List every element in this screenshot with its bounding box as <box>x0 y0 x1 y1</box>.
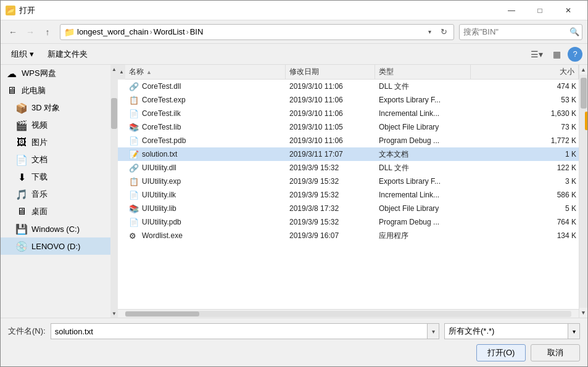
table-row[interactable]: 📄 CoreTest.ilk 2019/3/10 11:06 Increment… <box>118 107 579 120</box>
new-folder-button[interactable]: 新建文件夹 <box>42 46 93 62</box>
titlebar-controls: — □ ✕ <box>497 1 582 20</box>
folder-icon: 📁 <box>64 27 75 37</box>
up-button[interactable]: ↑ <box>40 25 55 39</box>
filename-dropdown-button[interactable]: ▾ <box>427 323 439 339</box>
cell-size: 586 K <box>471 188 579 202</box>
sidebar-item-document[interactable]: 📄 文档 <box>1 151 110 168</box>
table-row[interactable]: 📋 UIUtility.exp 2019/3/9 15:32 Exports L… <box>118 175 579 188</box>
organize-button[interactable]: 组织 ▾ <box>6 46 39 62</box>
table-row[interactable]: 📝 solution.txt 2019/3/11 17:07 文本文档 1 K <box>118 147 579 161</box>
sidebar: ☁ WPS网盘 🖥 此电脑 📦 3D 对象 🎬 视频 🖼 图片 <box>1 65 118 318</box>
address-bar[interactable]: 📁 longest_word_chain › WordList › BIN ▾ … <box>60 24 454 40</box>
header-up-arrow[interactable]: ▲ <box>118 65 125 80</box>
sidebar-item-d-drive[interactable]: 💿 LENOVO (D:) <box>1 237 110 255</box>
sidebar-scrollbar[interactable]: ▲ ▼ <box>110 65 118 318</box>
cell-type: Exports Library F... <box>375 175 471 188</box>
help-button[interactable]: ? <box>568 47 582 62</box>
forward-button[interactable]: → <box>23 25 38 39</box>
v-scroll-highlight <box>585 112 588 130</box>
filetype-select-wrap: ▾ <box>444 323 580 339</box>
sidebar-item-c-drive[interactable]: 💾 Windows (C:) <box>1 220 110 237</box>
cell-size: 5 K <box>471 202 579 215</box>
sidebar-item-pc[interactable]: 🖥 此电脑 <box>1 82 110 99</box>
list-view-button[interactable]: ☰▾ <box>528 46 545 62</box>
3d-icon: 📦 <box>15 102 28 114</box>
col-header-size[interactable]: 大小 <box>471 65 579 80</box>
cell-date: 2019/3/9 15:32 <box>286 175 375 188</box>
cell-size: 3 K <box>471 175 579 188</box>
cell-date: 2019/3/9 15:32 <box>286 161 375 175</box>
minimize-button[interactable]: — <box>497 1 526 20</box>
sort-arrow: ▲ <box>146 69 152 75</box>
address-refresh-button[interactable]: ↻ <box>437 26 450 38</box>
search-bar[interactable]: 🔍 <box>459 24 582 40</box>
cell-type: Incremental Link... <box>375 188 471 202</box>
sidebar-scroll-track[interactable] <box>110 73 118 309</box>
file-main: ▲ 名称 ▲ 修改日期 类型 大小 <box>118 65 579 318</box>
file-icon: ⚙ <box>129 231 139 241</box>
v-scroll-track[interactable] <box>579 75 588 308</box>
cell-date: 2019/3/9 16:07 <box>286 229 375 242</box>
cell-name: 📄 CoreTest.ilk <box>125 107 286 120</box>
table-row[interactable]: 📄 CoreTest.pdb 2019/3/10 11:06 Program D… <box>118 134 579 147</box>
filename-input-wrap: ▾ <box>51 323 439 339</box>
cell-name: 📋 CoreTest.exp <box>125 93 286 107</box>
d-drive-icon: 💿 <box>15 241 28 252</box>
vertical-scrollbar[interactable]: ▲ ▼ <box>579 65 587 318</box>
cell-date: 2019/3/10 11:06 <box>286 93 375 107</box>
cell-name: 🔗 UIUtility.dll <box>125 161 286 175</box>
sidebar-item-download[interactable]: ⬇ 下载 <box>1 168 110 186</box>
sidebar-scroll-down[interactable]: ▼ <box>110 309 118 318</box>
search-input[interactable] <box>463 27 567 36</box>
cell-date: 2019/3/10 11:06 <box>286 134 375 147</box>
h-scroll-track[interactable] <box>125 311 571 317</box>
sidebar-item-wps[interactable]: ☁ WPS网盘 <box>1 65 110 82</box>
cell-date: 2019/3/10 11:05 <box>286 120 375 134</box>
titlebar-left: 📂 打开 <box>6 5 35 16</box>
table-row[interactable]: 📚 CoreTest.lib 2019/3/10 11:05 Object Fi… <box>118 120 579 134</box>
file-name: CoreTest.lib <box>142 123 181 131</box>
address-part-2: WordList <box>154 27 185 36</box>
open-button[interactable]: 打开(O) <box>476 344 526 361</box>
cell-name: 📄 UIUtility.pdb <box>125 215 286 229</box>
cell-name: 📚 CoreTest.lib <box>125 120 286 134</box>
cancel-button[interactable]: 取消 <box>531 344 580 361</box>
back-button[interactable]: ← <box>6 25 20 39</box>
cell-type: DLL 文件 <box>375 80 471 93</box>
table-row[interactable]: 📄 UIUtility.ilk 2019/3/9 15:32 Increment… <box>118 188 579 202</box>
details-view-button[interactable]: ▦ <box>548 46 565 62</box>
address-dropdown-button[interactable]: ▾ <box>424 27 435 38</box>
close-button[interactable]: ✕ <box>554 1 582 20</box>
file-name: Wordlist.exe <box>142 231 183 240</box>
col-header-type[interactable]: 类型 <box>375 65 471 80</box>
col-header-date[interactable]: 修改日期 <box>286 65 375 80</box>
cell-name: ⚙ Wordlist.exe <box>125 229 286 242</box>
sidebar-item-picture[interactable]: 🖼 图片 <box>1 134 110 151</box>
table-row[interactable]: 🔗 CoreTest.dll 2019/3/10 11:06 DLL 文件 47… <box>118 80 579 93</box>
horizontal-scrollbar[interactable] <box>118 309 579 318</box>
cell-size: 1 K <box>471 147 579 161</box>
file-name: CoreTest.dll <box>142 82 181 91</box>
sidebar-item-video[interactable]: 🎬 视频 <box>1 117 110 134</box>
col-header-name[interactable]: 名称 ▲ <box>125 65 286 80</box>
table-row[interactable]: 📄 UIUtility.pdb 2019/3/9 15:32 Program D… <box>118 215 579 229</box>
table-row[interactable]: 🔗 UIUtility.dll 2019/3/9 15:32 DLL 文件 12… <box>118 161 579 175</box>
table-row[interactable]: 📋 CoreTest.exp 2019/3/10 11:06 Exports L… <box>118 93 579 107</box>
v-scroll-up[interactable]: ▲ <box>579 65 588 75</box>
filetype-input[interactable] <box>444 323 568 339</box>
cell-type: 应用程序 <box>375 229 471 242</box>
v-scroll-down[interactable]: ▼ <box>579 308 588 318</box>
h-scroll-thumb <box>125 311 199 316</box>
filetype-dropdown-button[interactable]: ▾ <box>568 323 580 339</box>
filename-input[interactable] <box>51 323 427 339</box>
sidebar-item-desktop[interactable]: 🖥 桌面 <box>1 203 110 220</box>
sidebar-item-music[interactable]: 🎵 音乐 <box>1 186 110 203</box>
table-row[interactable]: 📚 UIUtility.lib 2019/3/8 17:32 Object Fi… <box>118 202 579 215</box>
command-bar: 组织 ▾ 新建文件夹 ☰▾ ▦ ? <box>1 44 587 65</box>
file-list: 🔗 CoreTest.dll 2019/3/10 11:06 DLL 文件 47… <box>118 80 579 309</box>
sidebar-scroll-up[interactable]: ▲ <box>110 65 118 73</box>
file-area-wrapper: ▲ 名称 ▲ 修改日期 类型 大小 <box>118 65 587 318</box>
table-row[interactable]: ⚙ Wordlist.exe 2019/3/9 16:07 应用程序 134 K <box>118 229 579 242</box>
sidebar-item-3d[interactable]: 📦 3D 对象 <box>1 99 110 117</box>
maximize-button[interactable]: □ <box>526 1 554 20</box>
